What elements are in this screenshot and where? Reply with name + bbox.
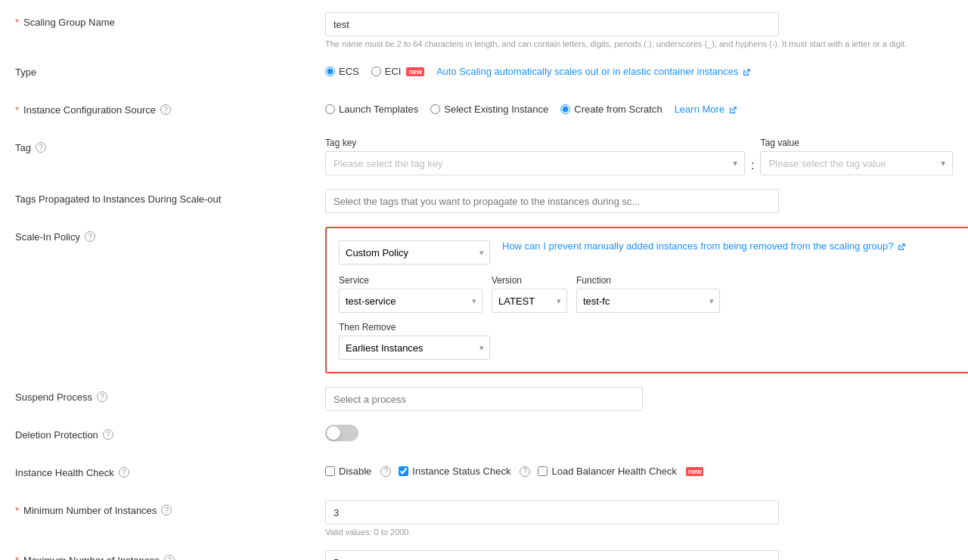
- auto-scaling-link[interactable]: Auto Scaling automatically scales out or…: [436, 66, 750, 77]
- instance-config-source-label: * Instance Configuration Source ?: [15, 100, 325, 116]
- select-existing-radio[interactable]: [430, 104, 440, 114]
- scale-in-top-row: Custom Policy How can I prevent manually…: [339, 240, 968, 265]
- scaling-group-name-hint: The name must be 2 to 64 characters in l…: [325, 39, 953, 48]
- service-label: Service: [339, 275, 482, 286]
- load-balancer-check-item[interactable]: Load Balancer Health Check: [538, 466, 677, 477]
- tags-propagated-input[interactable]: [325, 189, 779, 213]
- minimum-instances-content: Valid values: 0 to 2000.: [325, 500, 953, 537]
- minimum-instances-row: * Minimum Number of Instances ? Valid va…: [15, 500, 953, 537]
- scale-in-policy-box: Custom Policy How can I prevent manually…: [325, 227, 968, 373]
- tag-key-select[interactable]: Please select the tag key: [325, 151, 745, 175]
- deletion-protection-toggle[interactable]: [325, 425, 358, 441]
- tag-value-section: Tag value Please select the tag value: [760, 138, 953, 175]
- learn-more-link[interactable]: Learn More: [675, 104, 737, 115]
- launch-templates-option[interactable]: Launch Templates: [325, 104, 418, 115]
- minimum-instances-label: * Minimum Number of Instances ?: [15, 500, 325, 516]
- instance-status-check-item[interactable]: Instance Status Check: [399, 466, 510, 477]
- version-select[interactable]: LATEST: [492, 289, 567, 313]
- instance-health-check-row: Instance Health Check ? Disable ? Instan…: [15, 463, 953, 487]
- scale-in-policy-row: Scale-In Policy ? Custom Policy: [15, 227, 953, 373]
- tag-label-col: Tag ?: [15, 138, 325, 153]
- tag-value-select[interactable]: Please select the tag value: [760, 151, 953, 175]
- function-label: Function: [576, 275, 720, 286]
- version-select-wrapper: LATEST: [492, 289, 567, 313]
- maximum-instances-content: [325, 550, 953, 560]
- required-star-4: *: [15, 555, 19, 560]
- maximum-instances-input[interactable]: [325, 550, 779, 560]
- create-from-scratch-option[interactable]: Create from Scratch: [560, 104, 662, 115]
- required-star-2: *: [15, 104, 19, 116]
- type-content: ECS ECI new Auto Scaling automatically s…: [325, 62, 953, 77]
- maximum-instances-help-icon[interactable]: ?: [164, 555, 175, 560]
- function-select[interactable]: test-fc: [576, 289, 720, 313]
- instance-config-source-content: Launch Templates Select Existing Instanc…: [325, 100, 953, 115]
- then-remove-label: Then Remove: [339, 322, 968, 333]
- scale-in-policy-help-icon[interactable]: ?: [85, 231, 95, 242]
- function-field: Function test-fc: [576, 275, 720, 313]
- deletion-protection-content: [325, 425, 953, 441]
- load-balancer-check-checkbox[interactable]: [538, 466, 548, 476]
- type-label: Type: [15, 62, 325, 78]
- suspend-process-row: Suspend Process ?: [15, 387, 953, 411]
- instance-status-check-checkbox[interactable]: [399, 466, 408, 476]
- instance-config-source-row: * Instance Configuration Source ? Launch…: [15, 100, 953, 124]
- scaling-group-name-input[interactable]: [325, 12, 779, 36]
- toggle-knob: [327, 426, 340, 440]
- type-row: Type ECS ECI new Auto Scaling automatica…: [15, 62, 953, 86]
- scaling-group-name-label: * Scaling Group Name: [15, 12, 325, 28]
- required-star-3: *: [15, 505, 19, 516]
- instance-health-check-content: Disable ? Instance Status Check ? Load B…: [325, 463, 953, 477]
- launch-templates-radio[interactable]: [325, 104, 335, 114]
- eci-new-badge: new: [406, 67, 424, 76]
- service-field: Service test-service: [339, 275, 482, 313]
- disable-help-icon[interactable]: ?: [380, 466, 391, 477]
- tag-value-label: Tag value: [760, 138, 953, 148]
- scaling-group-name-content: The name must be 2 to 64 characters in l…: [325, 12, 953, 48]
- select-existing-option[interactable]: Select Existing Instance: [430, 104, 548, 115]
- suspend-process-input[interactable]: [325, 387, 643, 411]
- type-eci-option[interactable]: ECI new: [371, 66, 424, 77]
- tags-propagated-content: [325, 189, 953, 213]
- scale-in-help-text: How can I prevent manually added instanc…: [502, 240, 968, 252]
- type-radio-group: ECS ECI new Auto Scaling automatically s…: [325, 62, 953, 77]
- then-remove-select[interactable]: Earliest Instances: [339, 336, 490, 360]
- maximum-instances-label: * Maximum Number of Instances ?: [15, 550, 325, 560]
- tag-help-icon[interactable]: ?: [36, 142, 46, 153]
- disable-checkbox[interactable]: [325, 466, 335, 476]
- scaling-group-name-row: * Scaling Group Name The name must be 2 …: [15, 12, 953, 48]
- instance-status-check-help-icon[interactable]: ?: [520, 466, 530, 477]
- suspend-process-content: [325, 387, 953, 411]
- minimum-instances-input[interactable]: [325, 500, 779, 524]
- tags-propagated-row: Tags Propagated to Instances During Scal…: [15, 189, 953, 213]
- tag-row: Tag ? Tag key Please select the tag key …: [15, 138, 953, 175]
- minimum-instances-hint: Valid values: 0 to 2000.: [325, 528, 953, 537]
- deletion-protection-help-icon[interactable]: ?: [103, 429, 113, 440]
- type-ecs-radio[interactable]: [325, 67, 335, 76]
- service-select[interactable]: test-service: [339, 289, 482, 313]
- create-from-scratch-radio[interactable]: [560, 104, 570, 114]
- suspend-process-label: Suspend Process ?: [15, 387, 325, 403]
- scale-in-policy-select-wrapper: Custom Policy: [339, 240, 490, 265]
- minimum-instances-help-icon[interactable]: ?: [161, 505, 172, 515]
- scale-in-help-link[interactable]: How can I prevent manually added instanc…: [502, 240, 905, 252]
- type-ecs-option[interactable]: ECS: [325, 66, 359, 77]
- tag-content: Tag key Please select the tag key : Tag …: [325, 138, 953, 175]
- deletion-protection-row: Deletion Protection ?: [15, 425, 953, 449]
- type-eci-radio[interactable]: [371, 67, 381, 76]
- tag-value-select-wrapper: Please select the tag value: [760, 151, 953, 175]
- suspend-process-help-icon[interactable]: ?: [97, 391, 107, 402]
- disable-checkbox-item[interactable]: Disable: [325, 466, 371, 477]
- scale-in-policy-select[interactable]: Custom Policy: [339, 240, 490, 265]
- instance-config-help-icon[interactable]: ?: [160, 104, 171, 115]
- service-select-wrapper: test-service: [339, 289, 482, 313]
- deletion-protection-label: Deletion Protection ?: [15, 425, 325, 441]
- instance-health-check-help-icon[interactable]: ?: [119, 467, 129, 478]
- tags-propagated-label: Tags Propagated to Instances During Scal…: [15, 189, 325, 205]
- tag-inputs-row: Tag key Please select the tag key : Tag …: [325, 138, 953, 175]
- tag-key-label: Tag key: [325, 138, 745, 148]
- load-balancer-new-badge: new: [686, 467, 704, 476]
- maximum-instances-row: * Maximum Number of Instances ?: [15, 550, 953, 560]
- version-field: Version LATEST: [492, 275, 567, 313]
- tag-key-select-wrapper: Please select the tag key: [325, 151, 745, 175]
- scale-in-policy-content: Custom Policy How can I prevent manually…: [325, 227, 968, 373]
